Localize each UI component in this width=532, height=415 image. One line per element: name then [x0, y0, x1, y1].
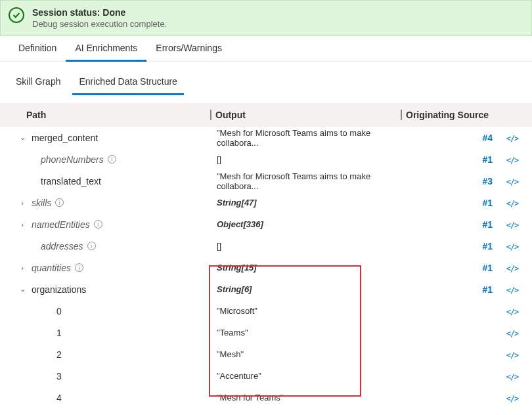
code-icon[interactable]: </>	[506, 264, 519, 273]
code-icon[interactable]: </>	[506, 242, 519, 251]
status-title: Session status: Done	[32, 7, 167, 18]
tab-errors-warnings[interactable]: Errors/Warnings	[146, 36, 231, 61]
table-row: 0 "Microsoft" </>	[0, 300, 532, 322]
path-label: 3	[56, 371, 62, 382]
code-icon[interactable]: </>	[506, 177, 519, 186]
table-row: › namedEntities i Object[336] #1 </>	[0, 213, 532, 235]
subtab-enriched-data-structure[interactable]: Enriched Data Structure	[72, 72, 183, 95]
output-value: "Teams"	[210, 328, 401, 338]
path-label: namedEntities	[32, 219, 90, 230]
code-icon[interactable]: </>	[506, 394, 519, 403]
path-label: skills	[32, 198, 51, 208]
table-row: 2 "Mesh" </>	[0, 343, 532, 365]
source-link[interactable]: #3	[482, 176, 493, 186]
subtab-skill-graph[interactable]: Skill Graph	[9, 72, 67, 95]
sub-tabs: Skill Graph Enriched Data Structure	[0, 62, 532, 95]
code-icon[interactable]: </>	[506, 286, 519, 295]
main-tabs: Definition AI Enrichments Errors/Warning…	[0, 36, 532, 62]
path-label: 0	[56, 306, 62, 317]
checkmark-icon	[9, 7, 24, 23]
code-icon[interactable]: </>	[506, 134, 519, 143]
chevron-right-icon[interactable]: ›	[18, 221, 26, 229]
code-icon[interactable]: </>	[506, 329, 519, 338]
table-row: phoneNumbers i [] #1 </>	[0, 148, 532, 170]
path-label: 2	[56, 349, 62, 360]
table-row: addresses i [] #1 </>	[0, 235, 532, 257]
path-label: translated_text	[41, 176, 101, 186]
table-row: 3 "Accenture" </>	[0, 365, 532, 387]
table-row: translated_text "Mesh for Microsoft Team…	[0, 170, 532, 192]
column-path: Path	[0, 110, 210, 120]
data-rows: ⌄ merged_content "Mesh for Microsoft Tea…	[0, 127, 532, 415]
status-subtitle: Debug session execution complete.	[32, 19, 167, 29]
code-icon[interactable]: </>	[506, 221, 519, 230]
session-status-banner: Session status: Done Debug session execu…	[0, 0, 532, 36]
path-label: phoneNumbers	[41, 154, 104, 165]
code-icon[interactable]: </>	[506, 307, 519, 317]
code-icon[interactable]: </>	[506, 372, 519, 382]
table-header: Path Output Originating Source	[0, 103, 532, 127]
source-link[interactable]: #1	[482, 154, 493, 165]
path-label: organizations	[32, 284, 86, 295]
output-value: []	[210, 241, 401, 251]
code-icon[interactable]: </>	[506, 351, 519, 360]
source-link[interactable]: #1	[482, 263, 493, 273]
output-value: "Mesh"	[210, 349, 401, 359]
output-value: String[47]	[210, 198, 401, 207]
info-icon[interactable]: i	[75, 263, 83, 272]
path-label: 4	[56, 393, 62, 403]
table-row: 1 "Teams" </>	[0, 322, 532, 343]
chevron-right-icon[interactable]: ›	[18, 264, 26, 272]
info-icon[interactable]: i	[87, 242, 96, 250]
info-icon[interactable]: i	[55, 198, 64, 207]
path-label: addresses	[41, 241, 83, 251]
source-link[interactable]: #1	[482, 198, 493, 208]
tab-ai-enrichments[interactable]: AI Enrichments	[66, 36, 146, 62]
table-row: › quantities i String[15] #1 </>	[0, 257, 532, 278]
code-icon[interactable]: </>	[506, 156, 519, 165]
info-icon[interactable]: i	[94, 220, 102, 229]
column-output: Output	[210, 110, 401, 120]
output-value: "Accenture"	[210, 371, 401, 381]
output-value: "Mesh for Teams"	[210, 393, 401, 403]
path-label: quantities	[32, 263, 71, 273]
table-row: ⌄ merged_content "Mesh for Microsoft Tea…	[0, 127, 532, 148]
path-label: merged_content	[32, 133, 98, 143]
source-link[interactable]: #1	[482, 241, 493, 251]
source-link[interactable]: #1	[482, 284, 493, 295]
table-row: ⌄ organizations String[6] #1 </>	[0, 278, 532, 300]
output-value: "Microsoft"	[210, 306, 401, 316]
table-row: 4 "Mesh for Teams" </>	[0, 387, 532, 408]
table-row: 5 "Twitter" </>	[0, 408, 532, 415]
code-icon[interactable]: </>	[506, 199, 519, 208]
column-originating-source: Originating Source	[401, 110, 532, 120]
source-link[interactable]: #1	[482, 219, 493, 230]
table-row: › skills i String[47] #1 </>	[0, 192, 532, 213]
output-value: Object[336]	[210, 219, 401, 229]
info-icon[interactable]: i	[108, 155, 116, 164]
source-link[interactable]: #4	[482, 133, 493, 143]
path-label: 1	[56, 328, 62, 338]
output-value: []	[210, 154, 401, 164]
chevron-down-icon[interactable]: ⌄	[18, 133, 26, 142]
output-value: String[15]	[210, 263, 401, 273]
output-value: String[6]	[210, 284, 401, 294]
tab-definition[interactable]: Definition	[9, 36, 66, 61]
output-value: "Mesh for Microsoft Teams aims to make c…	[210, 171, 401, 191]
chevron-right-icon[interactable]: ›	[18, 199, 26, 207]
chevron-down-icon[interactable]: ⌄	[18, 285, 26, 294]
output-value: "Mesh for Microsoft Teams aims to make c…	[210, 128, 401, 148]
